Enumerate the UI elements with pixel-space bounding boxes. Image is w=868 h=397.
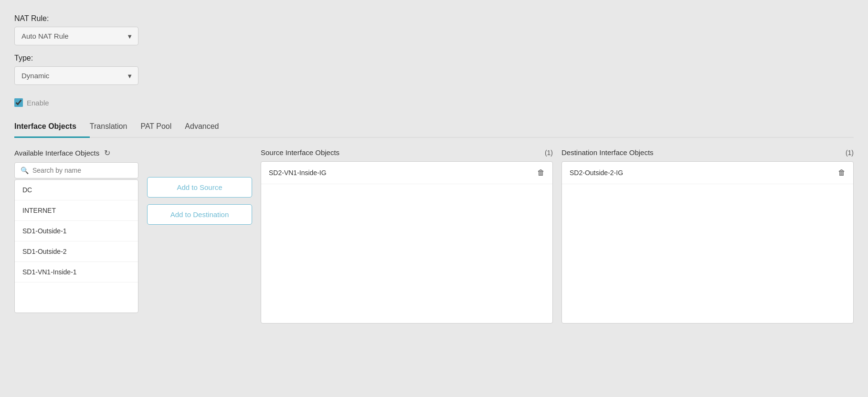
available-list-scroll[interactable]: DC INTERNET SD1-Outside-1 SD1-Outside-2 …: [15, 180, 138, 282]
destination-panel-header: Destination Interface Objects (1): [561, 148, 854, 157]
tab-translation[interactable]: Translation: [90, 116, 141, 138]
available-list: DC INTERNET SD1-Outside-1 SD1-Outside-2 …: [14, 179, 138, 313]
destination-delete-icon[interactable]: 🗑: [838, 168, 846, 177]
list-item[interactable]: SD1-VN1-Inside-1: [15, 262, 138, 282]
search-input[interactable]: [32, 167, 132, 174]
search-box[interactable]: 🔍: [14, 162, 138, 178]
right-panels: Source Interface Objects (1) SD2-VN1-Ins…: [261, 148, 854, 324]
search-icon: 🔍: [21, 167, 29, 174]
enable-label: Enable: [27, 99, 49, 107]
type-select[interactable]: Dynamic: [14, 66, 138, 85]
source-panel-box: SD2-VN1-Inside-IG 🗑: [261, 161, 553, 324]
destination-item: SD2-Outside-2-IG 🗑: [562, 162, 853, 184]
enable-row: Enable: [14, 98, 854, 107]
source-delete-icon[interactable]: 🗑: [537, 168, 545, 177]
tabs-bar: Interface Objects Translation PAT Pool A…: [14, 116, 854, 138]
nat-rule-label: NAT Rule:: [14, 14, 854, 23]
enable-checkbox[interactable]: [14, 98, 23, 107]
add-to-destination-button[interactable]: Add to Destination: [147, 204, 252, 225]
destination-item-name: SD2-Outside-2-IG: [570, 169, 623, 177]
destination-panel: Destination Interface Objects (1) SD2-Ou…: [561, 148, 854, 324]
source-panel: Source Interface Objects (1) SD2-VN1-Ins…: [261, 148, 553, 324]
source-panel-header: Source Interface Objects (1): [261, 148, 553, 157]
action-buttons: Add to Source Add to Destination: [147, 148, 252, 225]
tab-interface-objects[interactable]: Interface Objects: [14, 116, 90, 138]
list-item[interactable]: INTERNET: [15, 200, 138, 221]
source-item: SD2-VN1-Inside-IG 🗑: [261, 162, 552, 184]
destination-count: (1): [846, 149, 854, 157]
list-item[interactable]: SD1-Outside-2: [15, 241, 138, 262]
nat-rule-select-wrapper[interactable]: Auto NAT Rule ▼: [14, 27, 138, 45]
main-layout: Available Interface Objects ↻ 🔍 DC INTER…: [14, 148, 854, 324]
source-count: (1): [545, 149, 553, 157]
add-to-source-button[interactable]: Add to Source: [147, 177, 252, 198]
source-header-label: Source Interface Objects: [261, 148, 339, 157]
available-panel: Available Interface Objects ↻ 🔍 DC INTER…: [14, 148, 138, 313]
list-item[interactable]: SD1-Outside-1: [15, 221, 138, 241]
source-item-name: SD2-VN1-Inside-IG: [269, 169, 327, 177]
refresh-icon[interactable]: ↻: [104, 148, 110, 157]
available-header-label: Available Interface Objects: [14, 149, 99, 157]
available-header: Available Interface Objects ↻: [14, 148, 138, 157]
type-label: Type:: [14, 54, 854, 63]
tab-advanced[interactable]: Advanced: [185, 116, 232, 138]
tab-pat-pool[interactable]: PAT Pool: [140, 116, 185, 138]
nat-rule-select[interactable]: Auto NAT Rule: [14, 27, 138, 45]
destination-header-label: Destination Interface Objects: [561, 148, 654, 157]
list-item[interactable]: DC: [15, 180, 138, 200]
destination-panel-box: SD2-Outside-2-IG 🗑: [561, 161, 854, 324]
type-select-wrapper[interactable]: Dynamic ▼: [14, 66, 138, 85]
